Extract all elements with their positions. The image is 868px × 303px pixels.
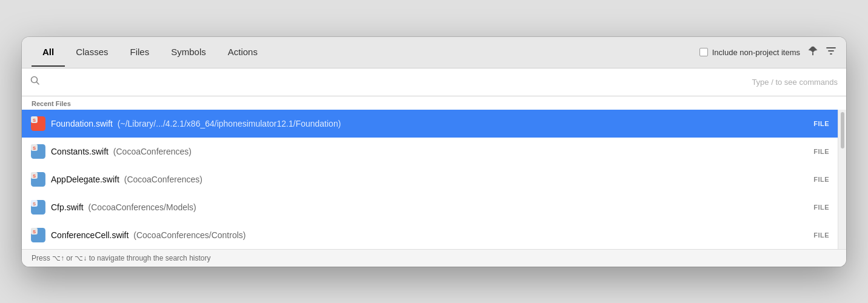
svg-text:S: S	[33, 145, 36, 151]
search-hint: Type / to see commands	[752, 78, 838, 87]
results-wrap: S Foundation.swift (~/Library/.../4.2.1/…	[22, 110, 846, 249]
file-path-1: (CocoaConferences)	[111, 147, 192, 156]
search-icon	[30, 76, 40, 88]
section-header: Recent Files	[22, 96, 846, 110]
tab-actions[interactable]: Actions	[217, 38, 269, 67]
file-row-3[interactable]: S Cfp.swift (CocoaConferences/Models) FI…	[22, 193, 838, 221]
file-name-0: Foundation.swift	[51, 119, 113, 128]
file-row-4[interactable]: S ConferenceCell.swift (CocoaConferences…	[22, 221, 838, 249]
file-row-0[interactable]: S Foundation.swift (~/Library/.../4.2.1/…	[22, 110, 838, 138]
non-project-items-label[interactable]: Include non-project items	[699, 48, 800, 57]
file-name-3: Cfp.swift	[51, 202, 84, 212]
file-type-1: FILE	[813, 148, 829, 155]
file-path-0: (~/Library/.../4.2.1/x86_64/iphonesimula…	[115, 119, 341, 128]
scrollbar-thumb[interactable]	[841, 112, 844, 148]
file-row-1[interactable]: S Constants.swift (CocoaConferences) FIL…	[22, 138, 838, 165]
svg-text:S: S	[33, 173, 36, 179]
file-name-4: ConferenceCell.swift	[51, 230, 129, 240]
file-path-3: (CocoaConferences/Models)	[86, 202, 196, 212]
search-bar: Type / to see commands	[22, 68, 846, 96]
search-input[interactable]	[45, 77, 747, 87]
file-name-2: AppDelegate.swift	[51, 175, 119, 184]
status-text: Press ⌥↑ or ⌥↓ to navigate through the s…	[32, 254, 210, 262]
tab-all[interactable]: All	[32, 38, 65, 67]
non-project-items-checkbox[interactable]	[699, 48, 708, 56]
svg-text:S: S	[33, 201, 36, 207]
toolbar-right: Include non-project items	[699, 45, 836, 59]
status-bar: Press ⌥↑ or ⌥↓ to navigate through the s…	[22, 249, 846, 267]
file-type-0: FILE	[813, 120, 829, 127]
tab-bar: All Classes Files Symbols Actions Includ…	[22, 37, 846, 68]
scrollbar[interactable]	[838, 110, 846, 249]
file-type-4: FILE	[813, 231, 829, 239]
file-path-2: (CocoaConferences)	[122, 175, 202, 184]
non-project-items-text: Include non-project items	[712, 48, 800, 57]
file-path-4: (CocoaConferences/Controls)	[131, 230, 245, 240]
tab-classes[interactable]: Classes	[65, 38, 119, 67]
svg-text:S: S	[33, 118, 36, 123]
file-icon-0: S	[30, 116, 46, 132]
file-icon-2: S	[30, 171, 46, 187]
file-name-1: Constants.swift	[51, 147, 109, 156]
tab-symbols[interactable]: Symbols	[160, 38, 217, 67]
results-content: Recent Files S Foundation.swift (~/Libra…	[22, 96, 846, 249]
file-type-2: FILE	[813, 176, 829, 183]
open-quickly-dialog: All Classes Files Symbols Actions Includ…	[22, 37, 846, 267]
file-row-2[interactable]: S AppDelegate.swift (CocoaConferences) F…	[22, 165, 838, 193]
svg-text:S: S	[33, 229, 36, 235]
file-icon-3: S	[30, 199, 46, 215]
filter-icon[interactable]	[826, 45, 836, 59]
file-type-3: FILE	[813, 204, 829, 211]
file-icon-1: S	[30, 144, 46, 159]
tab-files[interactable]: Files	[119, 38, 161, 67]
pin-icon[interactable]	[807, 45, 818, 59]
svg-line-2	[37, 82, 39, 85]
file-icon-4: S	[30, 227, 46, 243]
results-list: S Foundation.swift (~/Library/.../4.2.1/…	[22, 110, 838, 249]
